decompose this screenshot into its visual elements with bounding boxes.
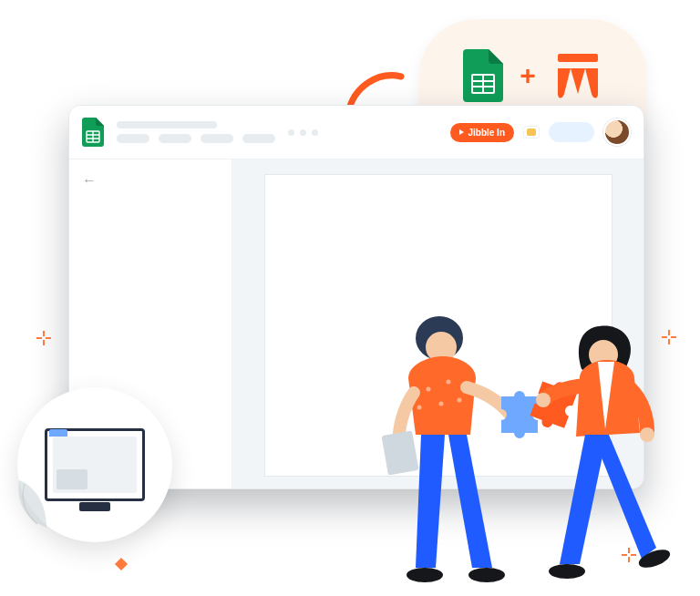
svg-rect-16	[381, 430, 418, 475]
menu-item[interactable]	[159, 134, 191, 143]
svg-point-22	[549, 564, 585, 579]
monitor-content-block	[57, 469, 88, 489]
share-button[interactable]	[549, 122, 594, 142]
spark-icon	[662, 330, 676, 344]
menu-item[interactable]	[201, 134, 233, 143]
monitor-icon	[45, 428, 145, 501]
svg-point-14	[417, 406, 422, 410]
diamond-icon	[115, 558, 128, 570]
person-right	[536, 325, 673, 579]
monitor-badge	[17, 387, 172, 542]
title-area	[117, 121, 275, 143]
svg-point-11	[427, 387, 431, 392]
plus-icon: +	[520, 60, 536, 91]
svg-point-21	[640, 427, 654, 442]
dot-icon	[300, 129, 306, 136]
menu-row	[117, 134, 275, 143]
dot-icon	[312, 129, 318, 136]
back-arrow-icon[interactable]: ←	[82, 172, 219, 189]
svg-point-17	[407, 568, 443, 582]
svg-point-12	[447, 380, 451, 385]
toolbar-dots	[288, 129, 318, 136]
jibble-in-button[interactable]: Jibble In	[450, 123, 514, 142]
stage: +	[0, 0, 700, 596]
google-sheets-icon	[82, 118, 104, 147]
svg-rect-4	[558, 54, 598, 62]
svg-point-15	[458, 398, 462, 403]
dot-icon	[288, 129, 294, 136]
spark-icon	[36, 331, 51, 345]
spark-icon	[622, 548, 636, 562]
svg-point-18	[468, 568, 505, 582]
presence-indicator[interactable]	[523, 126, 540, 139]
svg-point-20	[536, 393, 551, 407]
topbar: Jibble In	[69, 106, 643, 159]
person-left	[381, 316, 510, 582]
jibble-icon	[552, 50, 603, 101]
monitor-tab	[49, 429, 67, 437]
topbar-right: Jibble In	[450, 118, 631, 146]
jibble-in-label: Jibble In	[468, 128, 505, 138]
svg-point-13	[439, 402, 444, 406]
play-icon	[459, 129, 464, 135]
google-sheets-icon	[463, 49, 503, 102]
doc-title-placeholder[interactable]	[117, 121, 217, 128]
menu-item[interactable]	[242, 134, 275, 143]
menu-item[interactable]	[117, 134, 149, 143]
avatar[interactable]	[603, 118, 631, 146]
